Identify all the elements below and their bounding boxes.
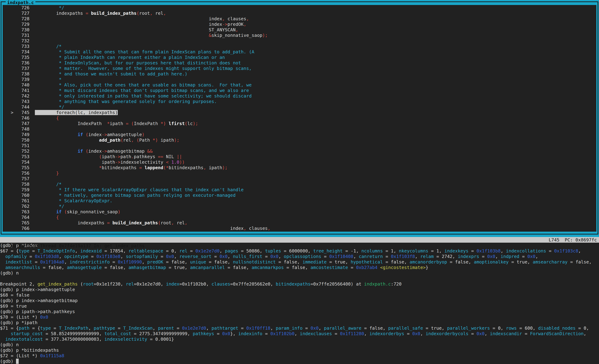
line-number: 763 [3, 209, 35, 214]
source-pane: 726 */ 727 indexpaths = build_index_path… [3, 5, 596, 232]
line-number: 741 [3, 88, 35, 93]
source-line: 756 } [3, 170, 596, 176]
source-line: 753 (ipath->path.pathkeys == NIL || [3, 154, 596, 160]
line-number: 757 [3, 176, 35, 181]
line-number: 743 [3, 99, 35, 104]
console-line: (gdb) p *bitindexpaths [0, 347, 599, 353]
console-line: $70 = (List *) 0x0 [0, 314, 599, 320]
line-number: 755 [3, 165, 35, 170]
line-number: 742 [3, 93, 35, 98]
source-line: 747 IndexPath *ipath = (IndexPath *) lfi… [3, 121, 596, 126]
highlighted-code: foreach(lc, indexpaths) [35, 110, 118, 115]
source-line: 735 * plain IndexPath can represent eith… [3, 55, 596, 60]
source-line: 731 &skip_nonnative_saop); [3, 33, 596, 38]
console-line: startup_cost = 58.852499999999999, total… [0, 331, 599, 337]
line-number: 735 [3, 55, 35, 60]
source-line: 750 add_path(rel, (Path *) ipath); [3, 137, 596, 143]
current-line-marker line-number: > 745 [3, 110, 35, 115]
source-line: 763 if (skip_nonnative_saop) [3, 209, 596, 214]
source-line: 746 { [3, 115, 596, 121]
source-line: 744 */ [3, 104, 596, 110]
line-number: 765 [3, 220, 35, 225]
line-number: 744 [3, 104, 35, 110]
line-number: 752 [3, 149, 35, 154]
line-number: 749 [3, 132, 35, 137]
console-line: (gdb) n [0, 342, 599, 347]
source-line: 727 indexpaths = build_index_paths(root,… [3, 10, 596, 16]
source-line: 761 * ScalarArrayOpExpr. [3, 198, 596, 204]
status-line-pc: L745 PC: 0x8697fc [549, 237, 597, 243]
line-number: 737 [3, 66, 35, 71]
status-thread-info: multi-thre Thread 0x7f4e19a137 In: get_i… [11, 243, 145, 248]
line-number: 766 [3, 226, 35, 231]
line-number: 727 [3, 11, 35, 16]
source-line: 736 * IndexOnlyScan, but for our purpose… [3, 60, 596, 66]
source-line: 743 * anything that was generated solely… [3, 99, 596, 104]
line-number: 726 [3, 5, 35, 10]
source-line: 758 /* [3, 181, 596, 187]
source-line: 732 [3, 38, 596, 44]
line-number: 738 [3, 71, 35, 77]
console-line: $67 = {type = T_IndexOptInfo, indexoid =… [0, 248, 599, 254]
line-number: 734 [3, 49, 35, 54]
line-number: 729 [3, 22, 35, 27]
source-line: 728 index, clauses, [3, 16, 596, 22]
source-line: 751 [3, 143, 596, 148]
source-line: 755 *bitindexpaths = lappend(*bitindexpa… [3, 165, 596, 170]
source-line: 729 index->predOK, [3, 22, 596, 27]
source-line: 734 * Submit all the ones that can form … [3, 49, 596, 55]
source-line: 739 * [3, 77, 596, 82]
line-number: 740 [3, 82, 35, 88]
line-number: 733 [3, 44, 35, 49]
source-line: 765 indexpaths = build_index_paths(root,… [3, 220, 596, 226]
console-line: (gdb) p ipath->path.pathkeys [0, 309, 599, 314]
line-number: 728 [3, 16, 35, 21]
line-number: 732 [3, 38, 35, 44]
source-line: 764 { [3, 214, 596, 220]
source-line: 726 */ [3, 5, 596, 10]
console-line: opfamily = 0x1f103d8, opcintype = 0x1f10… [0, 254, 599, 259]
console-line: indextlist = 0x1f104a8, indrestrictinfo … [0, 259, 599, 265]
source-line: 749 if (index->amhasgettuple) [3, 132, 596, 137]
line-number: 736 [3, 60, 35, 65]
console-line [0, 276, 599, 281]
console-line: Breakpoint 2, get_index_paths (root=0x1e… [0, 281, 599, 287]
line-number: 761 [3, 198, 35, 203]
console-line: (gdb) p index->amhasgetbitmap [0, 298, 599, 303]
line-number: 730 [3, 27, 35, 32]
console-line: (gdb) p index->amhasgettuple [0, 287, 599, 292]
line-number: 754 [3, 160, 35, 165]
source-line: 738 * and those we mustn't submit to add… [3, 71, 596, 77]
line-number: 746 [3, 115, 35, 121]
line-number: 762 [3, 204, 35, 209]
console-line: $72 = (List *) 0x1f115a8 [0, 353, 599, 358]
source-line: 752 if (index->amhasgetbitmap && [3, 148, 596, 154]
line-number: 748 [3, 126, 35, 132]
line-number: 731 [3, 33, 35, 38]
source-line: 741 * must discard indexes that don't su… [3, 88, 596, 93]
line-number: 760 [3, 193, 35, 198]
source-line: 737 * matter. However, some of the index… [3, 66, 596, 71]
console-line: indextotalcost = 377.34750000000003, ind… [0, 337, 599, 342]
status-bar: multi-thre Thread 0x7f4e19a137 In: get_i… [0, 237, 599, 243]
source-line: 762 */ [3, 204, 596, 209]
terminal-cursor [16, 359, 19, 364]
source-line: 757 [3, 176, 596, 181]
line-number: 759 [3, 187, 35, 192]
line-number: 747 [3, 121, 35, 126]
source-line-current: > 745 foreach(lc, indexpaths) [3, 110, 596, 115]
console-line: $71 = {path = {type = T_IndexPath, patht… [0, 325, 599, 331]
console-line: $68 = false [0, 292, 599, 298]
console-line: (gdb) p *ipath [0, 320, 599, 325]
gdb-console[interactable]: (gdb) p *index$67 = {type = T_IndexOptIn… [0, 243, 599, 364]
line-number: 758 [3, 182, 35, 187]
source-line: 730 ST_ANYSCAN, [3, 27, 596, 33]
source-line: 740 * Also, pick out the ones that are u… [3, 82, 596, 88]
line-number: 764 [3, 215, 35, 220]
line-number: 753 [3, 154, 35, 159]
source-line: 754 ipath->indexselectivity < 1.0)) [3, 160, 596, 165]
source-file-title: indxpath.c [6, 0, 35, 5]
gdb-prompt-line[interactable]: (gdb) [0, 358, 599, 364]
source-line: 759 * If there were ScalarArrayOpExpr cl… [3, 187, 596, 193]
source-line: 748 [3, 126, 596, 132]
